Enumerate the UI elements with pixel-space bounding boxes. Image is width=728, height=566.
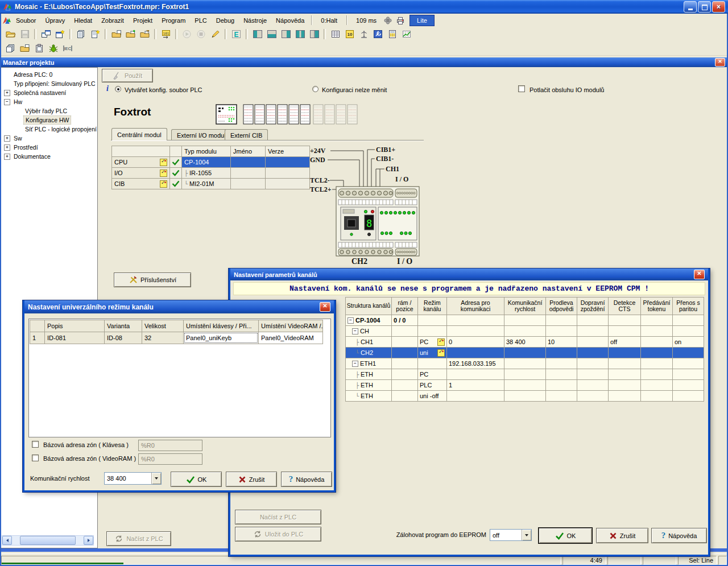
base-address-video-field[interactable]: %R0 [138, 453, 202, 465]
channel-mode-cell[interactable]: PC [418, 369, 446, 379]
uni-varianta-cell[interactable]: ID-08 [105, 332, 142, 344]
channel-parity-cell[interactable] [673, 380, 704, 390]
channel-name-cell[interactable]: ├ETH [346, 369, 391, 379]
channel-response-delay-cell[interactable] [546, 369, 577, 379]
tree-horizontal-scrollbar[interactable] [2, 535, 94, 546]
uni-videoram-location-cell[interactable]: Panel0_VideoRAM [259, 332, 322, 344]
layout-left-button[interactable] [250, 28, 264, 40]
editor-e-button[interactable]: E [229, 28, 243, 40]
io-module-slot-icon[interactable] [300, 104, 311, 125]
channel-speed-cell[interactable] [504, 391, 545, 401]
channel-mode-cell[interactable] [418, 326, 446, 336]
channel-parity-cell[interactable] [673, 358, 704, 369]
menu-pravy[interactable]: Úpravy [40, 15, 69, 26]
channel-response-delay-cell[interactable] [546, 358, 577, 369]
hw-config-button[interactable] [371, 28, 385, 40]
uni-velikost-cell[interactable]: 32 [142, 332, 183, 344]
channel-response-delay-cell[interactable]: 10 [546, 337, 577, 347]
lite-mode-button[interactable]: Lite [410, 15, 435, 26]
channel-parity-cell[interactable] [673, 391, 704, 401]
mode-editor-icon[interactable] [437, 349, 445, 357]
module-category-cell[interactable]: CPU [112, 157, 169, 167]
chevron-down-icon[interactable] [151, 473, 161, 484]
channel-position-cell[interactable]: 0 / 0 [392, 315, 417, 325]
empty-module-slot-icon[interactable] [324, 104, 335, 125]
graph-button[interactable] [399, 28, 413, 40]
channel-address-cell[interactable] [447, 369, 504, 379]
channel-parity-cell[interactable] [673, 326, 704, 336]
menu-plc[interactable]: PLC [190, 15, 211, 26]
suppress-io-checkbox[interactable] [518, 85, 525, 92]
tree-item-s-plc-logick-propojen[interactable]: Síť PLC - logické propojení [1, 125, 97, 134]
channel-token-cell[interactable] [641, 348, 672, 358]
module-version-cell[interactable] [266, 179, 309, 189]
channel-transport-delay-cell[interactable] [577, 337, 608, 347]
create-config-radio[interactable] [115, 86, 121, 92]
empty-module-slot-icon[interactable] [347, 104, 358, 125]
channel-cts-cell[interactable] [609, 315, 640, 325]
channel-cts-cell[interactable] [609, 380, 640, 390]
folder-pages-button[interactable] [18, 42, 32, 55]
channel-transport-delay-cell[interactable] [577, 326, 608, 336]
cancel-button[interactable]: Zrušit [596, 528, 648, 543]
channel-transport-delay-cell[interactable] [577, 369, 608, 379]
tree-item-dokumentace[interactable]: +Dokumentace [1, 152, 97, 161]
channel-cts-cell[interactable]: off [609, 337, 640, 347]
tab-external-cib[interactable]: Externí CIB [225, 129, 268, 141]
channel-address-cell[interactable] [447, 315, 504, 325]
collapse-icon[interactable]: − [352, 361, 358, 367]
menu-debug[interactable]: Debug [212, 15, 239, 26]
channel-speed-cell[interactable] [504, 380, 545, 390]
uni-popis-cell[interactable]: ID-081 [45, 332, 104, 344]
tree-item-hw[interactable]: −Hw [1, 97, 97, 106]
module-type-cell[interactable]: ├IR-1055 [182, 168, 230, 178]
channel-token-cell[interactable] [641, 326, 672, 336]
channel-cts-cell[interactable] [609, 326, 640, 336]
scroll-right-icon[interactable] [84, 536, 93, 545]
menu-projekt[interactable]: Projekt [129, 15, 157, 26]
scrollbar-thumb[interactable] [20, 536, 76, 545]
channel-position-cell[interactable] [392, 380, 417, 390]
channel-position-cell[interactable] [392, 326, 417, 336]
project-manager-close-icon[interactable]: ✕ [715, 58, 725, 67]
comm-speed-select[interactable]: 38 400 [104, 472, 162, 485]
grid-table-button[interactable] [328, 28, 342, 40]
menu-n-stroje[interactable]: Nástroje [239, 15, 271, 26]
uni-row-number-cell[interactable]: 1 [30, 332, 44, 344]
tab-central-module[interactable]: Centrální modul [111, 128, 167, 141]
copy-pages-button[interactable] [74, 28, 88, 40]
base-address-keys-field[interactable]: %R0 [138, 440, 202, 451]
ok-button[interactable]: OK [539, 528, 592, 543]
layout-columns-button[interactable] [293, 28, 307, 40]
menu-soubor[interactable]: Soubor [11, 15, 40, 26]
module-type-cell[interactable]: └MI2-01M [182, 179, 230, 189]
dialog-save-to-plc-button[interactable]: Uložit do PLC [235, 527, 321, 542]
tree-item-v-b-r-ady-plc[interactable]: Výběr řady PLC [1, 106, 97, 115]
tree-item-typ-p-ipojen-simulovan-plc[interactable]: Typ připojení: Simulovaný PLC [1, 79, 97, 88]
channel-position-cell[interactable] [392, 337, 417, 347]
help-button[interactable]: ? Nápověda [651, 528, 707, 543]
accessories-button[interactable]: Příslušenství [114, 272, 191, 287]
tree-item-adresa-plc-0[interactable]: Adresa PLC: 0 [1, 70, 97, 79]
channel-transport-delay-cell[interactable] [577, 348, 608, 358]
channel-parity-cell[interactable] [673, 369, 704, 379]
iec-languages-button[interactable]: IEC [60, 42, 75, 55]
folder-page-add-button[interactable] [123, 28, 138, 40]
channel-token-cell[interactable] [641, 380, 672, 390]
channel-name-cell[interactable]: └CH2 [346, 348, 391, 358]
module-category-cell[interactable]: CIB [112, 179, 169, 189]
folder-page-open-button[interactable] [138, 28, 152, 40]
channel-parity-cell[interactable] [673, 348, 704, 358]
channel-mode-cell[interactable] [418, 315, 446, 325]
channel-response-delay-cell[interactable] [546, 315, 577, 325]
channel-position-cell[interactable] [392, 391, 417, 401]
channel-token-cell[interactable] [641, 369, 672, 379]
channel-position-cell[interactable] [392, 358, 417, 369]
channel-token-cell[interactable] [641, 337, 672, 347]
base-address-keys-checkbox[interactable] [32, 441, 39, 448]
channel-address-cell[interactable]: 1 [447, 380, 504, 390]
edit-note-icon[interactable] [160, 170, 167, 177]
window-new-button[interactable] [53, 28, 67, 40]
channel-parity-cell[interactable]: on [673, 337, 704, 347]
uni-keyb-location-cell[interactable]: Panel0_uniKeyb [184, 332, 258, 344]
